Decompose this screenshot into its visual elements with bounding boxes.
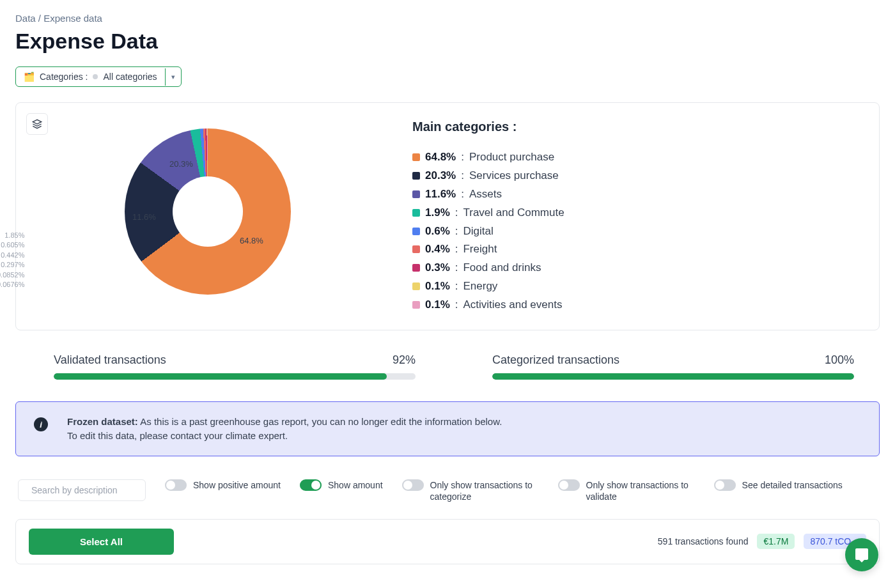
info-line1: As this is a past greenhouse gas report,…	[140, 416, 502, 427]
legend-pct: 0.1%	[425, 277, 450, 296]
toggle-show-positive[interactable]	[165, 479, 187, 491]
chat-icon	[854, 547, 869, 562]
validated-label: Validated transactions	[54, 353, 166, 367]
legend-pct: 1.9%	[425, 204, 450, 222]
chart-title: Main categories :	[412, 120, 861, 134]
donut-chart: 64.8% 20.3% 11.6% 1.85%0.605%0.442%0.297…	[29, 116, 387, 307]
chat-fab[interactable]	[845, 538, 878, 571]
legend-swatch	[412, 228, 420, 235]
results-bar: Select All 591 transactions found €1.7M …	[15, 519, 880, 564]
legend-swatch	[412, 264, 420, 272]
legend-pct: 11.6%	[425, 185, 456, 204]
legend-pct: 20.3%	[425, 167, 456, 185]
legend-pct: 0.3%	[425, 259, 450, 277]
legend-item[interactable]: 11.6%:Assets	[412, 185, 861, 204]
categorized-label: Categorized transactions	[492, 353, 619, 367]
legend-item[interactable]: 20.3%:Services purchase	[412, 167, 861, 185]
validated-pct: 92%	[393, 353, 416, 367]
toggle-only-validate[interactable]	[558, 479, 580, 491]
search-input[interactable]	[31, 485, 143, 495]
slice-label-1: 20.3%	[169, 159, 193, 169]
validated-progress: Validated transactions 92%	[54, 353, 416, 380]
breadcrumb[interactable]: Data / Expense data	[15, 13, 880, 24]
legend-swatch	[412, 153, 420, 161]
legend-item[interactable]: 0.3%:Food and drinks	[412, 259, 861, 277]
legend-name: Assets	[469, 185, 502, 204]
chart-legend: Main categories : 64.8%:Product purchase…	[412, 116, 861, 314]
categories-filter-dot	[93, 74, 98, 79]
page-title: Expense Data	[15, 29, 880, 54]
info-title: Frozen dataset:	[67, 416, 138, 427]
legend-item[interactable]: 0.4%:Freight	[412, 240, 861, 259]
toggle-only-validate-label: Only show transactions to validate	[586, 479, 695, 502]
categories-filter-value: All categories	[103, 72, 157, 82]
legend-swatch	[412, 172, 420, 180]
legend-name: Activities and events	[463, 296, 562, 314]
legend-pct: 0.6%	[425, 222, 450, 241]
info-line2: To edit this data, please contact your c…	[67, 430, 288, 441]
toggle-show-amount-label: Show amount	[328, 479, 383, 491]
legend-swatch	[412, 245, 420, 253]
legend-item[interactable]: 0.6%:Digital	[412, 222, 861, 241]
small-slice-labels: 1.85%0.605%0.442%0.297%0.0852%0.0676%	[0, 231, 24, 290]
legend-swatch	[412, 209, 420, 217]
slice-label-0: 64.8%	[240, 236, 263, 245]
legend-swatch	[412, 190, 420, 198]
toggle-only-categorize[interactable]	[402, 479, 424, 491]
legend-name: Services purchase	[469, 167, 559, 185]
categories-filter[interactable]: 🗂️ Categories : All categories ▾	[15, 66, 182, 87]
legend-item[interactable]: 64.8%:Product purchase	[412, 148, 861, 167]
toggle-detailed-label: See detailed transactions	[742, 479, 843, 491]
categorized-pct: 100%	[825, 353, 854, 367]
legend-pct: 0.1%	[425, 296, 450, 314]
legend-name: Digital	[463, 222, 493, 241]
categorized-progress: Categorized transactions 100%	[492, 353, 854, 380]
toggle-detailed[interactable]	[714, 479, 736, 491]
total-money-pill: €1.7M	[757, 534, 795, 549]
legend-item[interactable]: 0.1%:Energy	[412, 277, 861, 296]
legend-name: Energy	[463, 277, 497, 296]
legend-pct: 0.4%	[425, 240, 450, 259]
search-input-wrap[interactable]	[18, 479, 146, 501]
legend-item[interactable]: 0.1%:Activities and events	[412, 296, 861, 314]
transactions-count: 591 transactions found	[658, 536, 749, 546]
chevron-down-icon[interactable]: ▾	[165, 68, 181, 86]
toggle-only-categorize-label: Only show transactions to categorize	[430, 479, 539, 502]
legend-name: Travel and Commute	[463, 204, 564, 222]
slice-label-2: 11.6%	[132, 212, 156, 222]
toggle-show-positive-label: Show positive amount	[193, 479, 281, 491]
legend-swatch	[412, 282, 420, 290]
chart-card: 64.8% 20.3% 11.6% 1.85%0.605%0.442%0.297…	[15, 102, 880, 330]
toggle-show-amount[interactable]	[300, 479, 322, 491]
categories-filter-label: Categories :	[40, 72, 88, 82]
select-all-button[interactable]: Select All	[29, 529, 174, 555]
categories-icon: 🗂️	[24, 72, 35, 82]
legend-swatch	[412, 301, 420, 309]
frozen-dataset-info: i Frozen dataset: As this is a past gree…	[15, 401, 880, 456]
legend-name: Product purchase	[469, 148, 554, 167]
legend-pct: 64.8%	[425, 148, 456, 167]
legend-name: Food and drinks	[463, 259, 541, 277]
legend-name: Freight	[463, 240, 497, 259]
legend-item[interactable]: 1.9%:Travel and Commute	[412, 204, 861, 222]
info-icon: i	[34, 417, 48, 431]
